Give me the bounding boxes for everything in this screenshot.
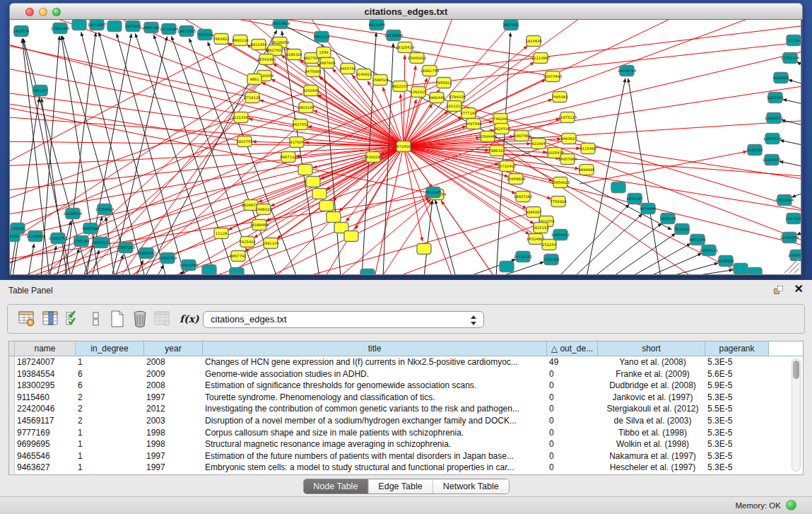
row-height-icon[interactable] — [87, 310, 105, 328]
table-cell: 0 — [547, 380, 598, 392]
graph-node-label: 6794028 — [449, 95, 465, 99]
graph-edge — [780, 140, 801, 147]
graph-node-label: 9146821 — [355, 72, 372, 76]
graph-node-label: 6466160 — [143, 25, 159, 30]
table-row[interactable]: 946362711997Embryonic stem cells: a mode… — [9, 462, 803, 474]
network-canvas[interactable]: 1872400718300295183254191564091016961758… — [9, 20, 801, 275]
float-panel-icon[interactable] — [774, 286, 784, 296]
graph-node[interactable] — [230, 268, 244, 276]
graph-node-label: 8667110 — [280, 155, 296, 159]
column-header-pagerank[interactable]: pagerank — [705, 341, 769, 356]
table-cell: 2009 — [144, 368, 203, 380]
graph-node-label: 9227343 — [767, 95, 783, 100]
graph-edge — [404, 146, 529, 235]
network-window-titlebar[interactable]: citations_edges.txt — [9, 3, 803, 20]
table-column-icon[interactable] — [42, 310, 60, 328]
graph-node[interactable] — [500, 262, 514, 272]
graph-node[interactable] — [306, 177, 320, 187]
vertical-scrollbar[interactable] — [792, 358, 801, 472]
graph-node-label: 12103354 — [780, 235, 799, 240]
table-header-row: namein_degreeyeartitle△ out_de...shortpa… — [9, 341, 803, 356]
table-cell: 2008 — [144, 356, 203, 368]
graph-node[interactable] — [72, 20, 86, 30]
delete-table-icon[interactable] — [153, 310, 172, 328]
graph-node[interactable] — [734, 264, 748, 274]
table-row[interactable]: 1872400712008Changes of HCN gene express… — [9, 356, 803, 368]
table-select-dropdown[interactable]: citations_edges.txt — [203, 311, 484, 328]
tab-node-table[interactable]: Node Table — [303, 479, 368, 493]
table-select-value: citations_edges.txt — [211, 314, 287, 325]
table-row[interactable]: 2242004622012Investigating the contribut… — [9, 403, 803, 415]
graph-node[interactable] — [312, 189, 326, 199]
status-bar: Memory: OK — [0, 496, 812, 514]
table-cell: 5.9E-5 — [705, 380, 769, 392]
column-header-in_degree[interactable]: in_degree — [76, 341, 144, 356]
dropdown-arrows-icon — [471, 314, 477, 327]
graph-node[interactable] — [360, 269, 375, 276]
table-cell: 0 — [547, 427, 598, 439]
function-icon[interactable]: f(x) — [177, 310, 200, 328]
table-row[interactable]: 911546021997Tourette syndrome. Phenomeno… — [9, 392, 803, 404]
table-cell: 18724007 — [15, 356, 76, 368]
graph-node-label: 7625402 — [239, 240, 255, 244]
graph-node-label: 1733426 — [543, 257, 559, 262]
table-row[interactable]: 1456911722003Disruption of a novel membe… — [9, 415, 803, 427]
tab-network-table[interactable]: Network Table — [433, 479, 509, 493]
graph-edge — [28, 244, 34, 275]
table-cell: 5.3E-5 — [705, 356, 769, 368]
graph-node[interactable] — [417, 244, 431, 255]
graph-node[interactable] — [319, 201, 334, 211]
graph-node[interactable] — [107, 21, 122, 32]
graph-node-label: 1514545 — [425, 190, 441, 194]
graph-node-label: 9115955 — [746, 148, 763, 152]
tab-edge-table[interactable]: Edge Table — [368, 479, 433, 493]
table-row[interactable]: 1938455462009Genome-wide association stu… — [9, 368, 803, 380]
graph-node[interactable] — [611, 182, 625, 193]
column-header-name[interactable]: name — [15, 341, 76, 356]
memory-status-indicator[interactable] — [786, 500, 796, 510]
graph-node-label: 12444124 — [763, 136, 782, 141]
table-cell: Disruption of a novel member of a sodium… — [203, 415, 547, 427]
select-rows-icon[interactable] — [64, 310, 83, 328]
graph-node-label: 9242848 — [302, 88, 319, 93]
table-row[interactable]: 1830029562008Estimation of significance … — [9, 380, 803, 392]
graph-edge — [441, 201, 495, 275]
graph-node-label: 1167533 — [785, 216, 801, 221]
scrollbar-thumb[interactable] — [793, 361, 799, 379]
table-row[interactable]: 969969511998Structural magnetic resonanc… — [9, 438, 803, 450]
table-cell: 5.6E-5 — [705, 368, 769, 380]
column-header-year[interactable]: year — [144, 341, 203, 356]
table-cell: Nakamura et al. (1997) — [598, 450, 705, 462]
close-panel-icon[interactable]: ✕ — [794, 284, 804, 295]
table-cell: 19384554 — [15, 368, 76, 380]
graph-node-label: 14136141 — [514, 255, 532, 259]
network-graph[interactable]: 1872400718300295183254191564091016961758… — [10, 20, 801, 275]
delete-trash-icon[interactable] — [131, 310, 149, 328]
graph-node[interactable] — [202, 265, 216, 276]
graph-edge — [801, 209, 801, 215]
table-cell: 0 — [547, 392, 598, 404]
new-document-icon[interactable] — [108, 310, 126, 328]
graph-edge — [10, 76, 264, 247]
graph-edge — [647, 253, 702, 275]
graph-node-label: 8475685 — [305, 69, 321, 74]
column-header-short[interactable]: short — [598, 341, 705, 356]
table-cell: 5.5E-5 — [705, 403, 769, 415]
graph-node-label: 7485063 — [551, 95, 567, 99]
graph-node[interactable] — [298, 165, 312, 175]
table-row[interactable]: 946554611997Estimation of the future num… — [9, 450, 803, 462]
graph-node-label: 6497568 — [465, 122, 481, 126]
graph-edge — [779, 161, 801, 168]
table-settings-icon[interactable] — [18, 310, 36, 328]
graph-node[interactable] — [344, 231, 358, 242]
graph-edge — [400, 41, 801, 86]
graph-node[interactable] — [748, 268, 762, 276]
graph-node-label: 16033809 — [271, 21, 290, 25]
graph-node-label: 8912954 — [250, 42, 267, 47]
graph-node-label: 18325419 — [396, 45, 414, 49]
table-row[interactable]: 977716911998Corpus callosum shape and si… — [9, 427, 803, 439]
graph-node[interactable] — [326, 212, 341, 223]
column-header-title[interactable]: title — [203, 341, 547, 356]
graph-node-label: 12975115 — [558, 115, 577, 119]
column-header-out_de[interactable]: △ out_de... — [547, 341, 598, 356]
